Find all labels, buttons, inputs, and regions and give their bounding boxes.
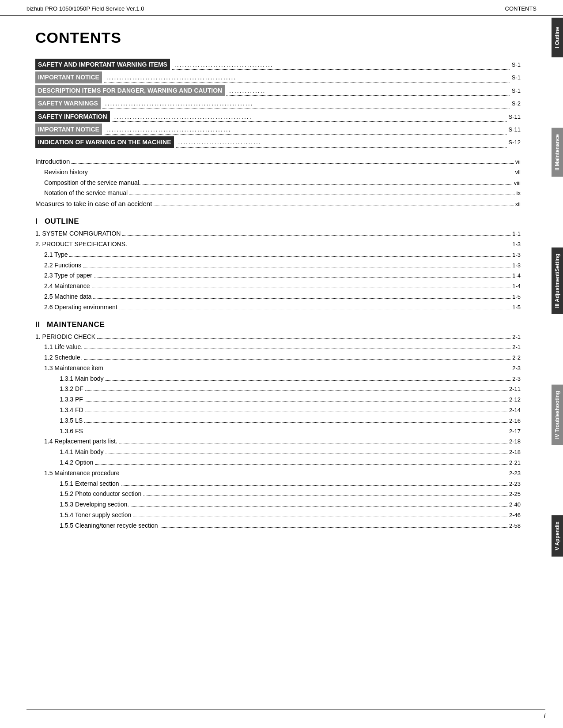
safety-section: SAFETY AND IMPORTANT WARNING ITEMS .....… [35,59,521,149]
dots [131,506,507,507]
toc-entry-functions: 2.2 Functions 1-3 [35,260,521,270]
page-num: 2-58 [509,522,521,531]
toc-entry-fd: 1.3.4 FD 2-14 [35,405,521,415]
intro-section: Introduction vii Revision history vii Co… [35,156,521,209]
page-num: 2-18 [509,448,521,457]
product-specs-label: 2. PRODUCT SPECIFICATIONS. [35,239,127,249]
toc-entry-option: 1.4.2 Option 2-21 [35,458,521,468]
page-num: 2-23 [509,469,521,478]
toc-entry-maintenance-item: 1.3 Maintenance item 2-3 [35,363,521,373]
page-num: xii [515,200,521,209]
safety-warning-label: SAFETY AND IMPORTANT WARNING ITEMS [35,59,170,70]
page-num: 1-4 [512,271,521,281]
outline-heading: I OUTLINE [35,217,521,226]
page-title: CONTENTS [35,29,521,46]
photo-conductor-label: 1.5.2 Photo conductor section [60,489,141,499]
toc-entry-indication-warning: INDICATION OF WARNING ON THE MACHINE ...… [35,136,521,149]
toc-entry-maintenance: 2.4 Maintenance 1-4 [35,281,521,291]
side-tab-adjustment[interactable]: III Adjustment/Setting [552,248,563,314]
dots [97,338,510,339]
page-num: 1-4 [512,282,521,291]
page-header: bizhub PRO 1050/1050P Field Service Ver.… [0,0,563,16]
dots [160,527,507,528]
toc-entry-safety-warnings: SAFETY WARNINGS ........................… [35,98,521,110]
toc-entry-periodic-check: 1. PERIODIC CHECK 2-1 [35,332,521,342]
side-tab-appendix[interactable]: V Appendix [552,515,563,557]
page-num: 2-1 [512,333,521,342]
dots [154,206,513,206]
page-num: 1-5 [512,293,521,302]
pf-label: 1.3.3 PF [60,394,83,404]
page-num: vii [515,158,521,167]
toc-entry-type-paper: 2.3 Type of paper 1-4 [35,270,521,281]
toc-entry-important-notice-1: IMPORTANT NOTICE .......................… [35,71,521,84]
toc-entry-life-value: 1.1 Life value. 2-1 [35,342,521,352]
toc-entry-machine-data: 2.5 Machine data 1-5 [35,292,521,302]
dots [90,174,514,174]
dots [72,163,513,164]
dots [92,288,511,288]
ls-label: 1.3.5 LS [60,416,83,425]
toc-entry-external-section: 1.5.1 External section 2-23 [35,479,521,489]
page-num: 2-40 [509,500,521,510]
replacement-parts-label: 1.4 Replacement parts list. [44,436,117,446]
page-num: 2-17 [509,427,521,436]
footer-page-num: i [544,712,545,719]
toc-entry-maintenance-procedure: 1.5 Maintenance procedure 2-23 [35,468,521,478]
toc-entry-fs: 1.3.6 FS 2-17 [35,426,521,436]
page-num: 2-16 [509,417,521,426]
df-label: 1.3.2 DF [60,384,83,394]
dots [129,246,510,246]
outline-section: I OUTLINE 1. SYSTEM CONFIGURATION 1-1 2.… [35,217,521,312]
dots [85,433,507,433]
dots [84,359,511,360]
maintenance-label: 2.4 Maintenance [44,281,90,291]
side-tab-outline[interactable]: I Outline [552,18,563,57]
dots [121,485,507,486]
page-num: S-1 [512,86,521,96]
page-footer: i [26,709,545,719]
toc-entry-main-body-1: 1.3.1 Main body 2-3 [35,374,521,384]
page-num: 2-46 [509,511,521,520]
toc-entry-description-items: DESCRIPTION ITEMS FOR DANGER, WARNING AN… [35,85,521,97]
page-num: 1-1 [512,229,521,239]
side-tabs: I Outline II Maintenance III Adjustment/… [552,18,563,559]
page-num: 2-11 [509,385,521,394]
type-label: 2.1 Type [44,250,68,259]
dots [85,412,507,412]
side-tab-troubleshooting[interactable]: IV Troubleshooting [552,385,563,445]
external-section-label: 1.5.1 External section [60,479,119,488]
dots [94,277,510,278]
safety-information-label: SAFETY INFORMATION [35,111,110,122]
page-num: viii [514,179,521,188]
toc-entry-measures: Measures to take in case of an accident … [35,199,521,209]
page-num: 2-2 [512,353,521,363]
fs-label: 1.3.6 FS [60,426,83,436]
page-num: S-11 [509,125,521,135]
main-body-2-label: 1.4.1 Main body [60,447,104,457]
dots: ................................ [176,137,507,147]
measures-label: Measures to take in case of an accident [35,199,152,209]
dots [85,390,507,391]
dots [106,454,507,454]
dots [69,256,510,257]
dots [85,401,507,402]
toc-entry-type: 2.1 Type 1-3 [35,250,521,260]
notation-label: Notation of the service manual [44,188,128,198]
page-num: 2-18 [509,437,521,447]
toc-entry-important-notice-2: IMPORTANT NOTICE .......................… [35,124,521,136]
toc-entry-notation: Notation of the service manual ix [35,188,521,198]
toner-supply-label: 1.5.4 Toner supply section [60,510,131,520]
page-num: 2-12 [509,395,521,405]
toc-entry-introduction: Introduction vii [35,156,521,167]
maintenance-heading: II MAINTENANCE [35,320,521,329]
safety-warnings-label: SAFETY WARNINGS [35,98,101,109]
dots: ........................................… [102,98,510,109]
page-num: S-1 [512,60,521,70]
dots [121,475,507,475]
main-body-1-label: 1.3.1 Main body [60,374,104,383]
side-tab-maintenance[interactable]: II Maintenance [552,128,563,177]
page-num: 1-3 [512,240,521,249]
page-num: 2-3 [512,375,521,384]
option-label: 1.4.2 Option [60,458,93,467]
